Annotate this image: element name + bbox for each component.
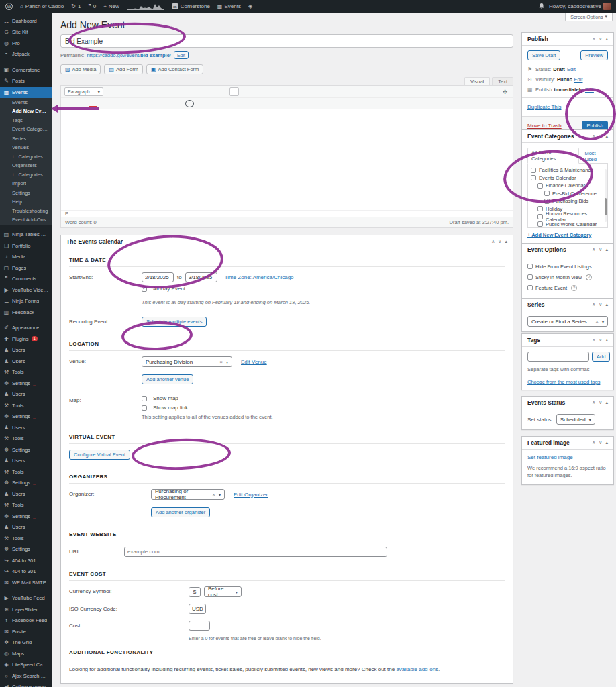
show-map-checkbox[interactable] xyxy=(142,396,147,401)
edit-permalink-button[interactable]: Edit xyxy=(174,51,189,59)
sidebar-item-settings-2[interactable]: ☸ Settings _ xyxy=(0,411,52,423)
sidebar-item-users-4[interactable]: ♟ Users xyxy=(0,422,52,433)
comments-link[interactable]: ❞0 xyxy=(88,3,96,9)
move-down-icon[interactable]: ∨ xyxy=(599,247,602,252)
featured-image-header[interactable]: Featured image ∧ ∨ ▴ xyxy=(522,437,613,450)
option-checkbox[interactable] xyxy=(527,285,533,290)
sidebar-item-ninja-forms[interactable]: ☰ Ninja Forms xyxy=(0,296,52,307)
organizer-select[interactable]: Purchasing or Procurement × ▾ xyxy=(151,489,225,500)
events-calendar-metabox-header[interactable]: The Events Calendar ∧ ∨ ▴ xyxy=(61,235,513,248)
permalink-link[interactable]: https://caddo.gov/event/bid-example/ xyxy=(87,52,171,58)
toolbar-clear-formatting-button[interactable] xyxy=(113,99,121,108)
toggle-panel-icon[interactable]: ▴ xyxy=(605,134,608,139)
sidebar-item-event-categories[interactable]: Event Categories xyxy=(0,125,52,134)
sidebar-item-maps[interactable]: ◎ Maps xyxy=(0,648,52,659)
help-icon[interactable]: ? xyxy=(586,274,592,280)
category-checkbox[interactable] xyxy=(531,168,536,173)
tags-header[interactable]: Tags ∧ ∨ ▴ xyxy=(522,334,613,347)
clear-selection-icon[interactable]: × xyxy=(212,492,215,498)
edit-schedule-link[interactable]: Edit xyxy=(585,87,594,93)
sidebar-item-tools-4[interactable]: ⚒ Tools xyxy=(0,466,52,478)
toolbar-bold-button[interactable] xyxy=(109,87,117,96)
tab-all-categories[interactable]: All Event Categories xyxy=(527,148,579,164)
set-featured-image-link[interactable]: Set featured image xyxy=(527,454,573,460)
sidebar-item-tools-1[interactable]: ⚒ Tools xyxy=(0,367,52,378)
litespeed-menu[interactable]: ◈ xyxy=(248,3,252,9)
available-add-ons-link[interactable]: available add-ons xyxy=(396,666,438,672)
sidebar-item-comments[interactable]: ❞ Comments xyxy=(0,274,52,285)
event-title-input[interactable] xyxy=(60,34,513,48)
sidebar-item-settings-3[interactable]: ☸ Settings _ xyxy=(0,444,52,456)
sidebar-item-add-new-event[interactable]: Add New Event xyxy=(0,107,52,116)
toolbar-strikethrough-button[interactable] xyxy=(64,99,73,108)
toolbar-layerslider-button[interactable] xyxy=(254,87,263,96)
move-down-icon[interactable]: ∨ xyxy=(599,440,602,445)
category-checkbox[interactable] xyxy=(537,206,543,211)
move-down-icon[interactable]: ∨ xyxy=(599,36,602,42)
toolbar-cornerstone-button[interactable] xyxy=(242,87,251,96)
event-url-input[interactable] xyxy=(124,547,387,557)
toolbar-blockquote-button[interactable] xyxy=(157,87,166,96)
sidebar-item-tools-3[interactable]: ⚒ Tools xyxy=(0,433,52,445)
clear-selection-icon[interactable]: × xyxy=(219,359,223,365)
duplicate-this-link[interactable]: Duplicate This xyxy=(527,104,562,110)
edit-organizer-link[interactable]: Edit Organizer xyxy=(234,492,268,498)
sidebar-item-import[interactable]: Import xyxy=(0,179,52,189)
clear-selection-icon[interactable]: × xyxy=(595,319,599,325)
most-used-tags-link[interactable]: Choose from the most used tags xyxy=(527,379,600,385)
wp-logo-menu[interactable]: W xyxy=(5,3,13,10)
sidebar-item-organizers[interactable]: Organizers xyxy=(0,161,52,170)
timezone-link[interactable]: Time Zone: America/Chicago xyxy=(225,274,294,280)
sidebar-item-youtube-feed[interactable]: ▶ YouTube Feed xyxy=(0,593,52,604)
venue-select[interactable]: Purchasing Division × ▾ xyxy=(142,356,232,367)
toggle-panel-icon[interactable]: ▴ xyxy=(605,337,608,343)
edit-venue-link[interactable]: Edit Venue xyxy=(241,359,267,365)
howdy-account-menu[interactable]: Howdy, caddocreative xyxy=(549,3,611,10)
toggle-panel-icon[interactable]: ▴ xyxy=(605,36,608,42)
sidebar-item-postie[interactable]: ✉ Postie xyxy=(0,626,52,637)
move-to-trash-link[interactable]: Move to Trash xyxy=(527,123,562,129)
event-options-header[interactable]: Event Options ∧ ∨ ▴ xyxy=(522,244,613,256)
sidebar-item-dashboard[interactable]: ☷ Dashboard xyxy=(0,15,52,27)
event-categories-header[interactable]: Event Categories ∧ ∨ ▴ xyxy=(522,130,613,143)
add-media-button[interactable]: ▨ Add Media xyxy=(60,64,101,74)
toggle-panel-icon[interactable]: ▴ xyxy=(605,440,608,445)
events-status-header[interactable]: Events Status ∧ ∨ ▴ xyxy=(522,397,613,409)
sidebar-item-ninja-tables-pro[interactable]: ▤ Ninja Tables Pro xyxy=(0,229,52,241)
paragraph-format-select[interactable]: Paragraph ▾ xyxy=(64,87,103,96)
series-select[interactable]: Create or Find a Series × ▾ xyxy=(527,316,608,327)
sidebar-item-tags[interactable]: Tags xyxy=(0,116,52,125)
category-checkbox[interactable] xyxy=(537,214,543,219)
category-checkbox[interactable] xyxy=(544,191,550,196)
toolbar-text-color-button[interactable] xyxy=(89,100,97,107)
updates-link[interactable]: ↻1 xyxy=(71,3,81,9)
edit-visibility-link[interactable]: Edit xyxy=(574,76,583,83)
edit-status-link[interactable]: Edit xyxy=(567,66,576,72)
iso-currency-input[interactable] xyxy=(189,604,206,614)
help-icon[interactable]: ? xyxy=(571,285,577,291)
sidebar-item-404-to-301-b[interactable]: ↪ 404 to 301 xyxy=(0,566,52,578)
sidebar-item-users-2[interactable]: ♟ Users xyxy=(0,356,52,367)
sidebar-item-tools-2[interactable]: ⚒ Tools xyxy=(0,400,52,411)
toolbar-help-button[interactable] xyxy=(185,100,194,107)
toolbar-undo-button[interactable] xyxy=(161,99,170,108)
toolbar-align-left-button[interactable] xyxy=(169,87,178,96)
sidebar-item-users-1[interactable]: ♟ Users xyxy=(0,345,52,356)
sidebar-item-site-kit[interactable]: G Site Kit xyxy=(0,27,52,38)
fullscreen-icon[interactable]: ✢ xyxy=(501,87,509,96)
move-down-icon[interactable]: ∨ xyxy=(599,400,602,405)
site-name-link[interactable]: ⌂Parish of Caddo xyxy=(20,3,64,9)
save-draft-button[interactable]: Save Draft xyxy=(527,50,560,60)
sidebar-item-events-settings[interactable]: Settings xyxy=(0,189,52,198)
toolbar-ninja-form-button[interactable] xyxy=(278,87,287,96)
new-tag-input[interactable] xyxy=(527,352,589,362)
toggle-panel-icon[interactable]: ▴ xyxy=(605,400,608,405)
screen-options-tab[interactable]: Screen Options ▾ xyxy=(565,13,613,21)
sidebar-item-pages[interactable]: ▢ Pages xyxy=(0,262,52,274)
sidebar-item-tools-5[interactable]: ⚒ Tools xyxy=(0,500,52,511)
toolbar-numbered-list-button[interactable] xyxy=(145,87,154,96)
sidebar-item-posts[interactable]: ✎ Posts xyxy=(0,76,52,87)
add-another-organizer-button[interactable]: Add another organizer xyxy=(151,507,210,517)
category-checkbox[interactable] xyxy=(531,175,536,180)
toolbar-redo-button[interactable] xyxy=(173,99,182,108)
